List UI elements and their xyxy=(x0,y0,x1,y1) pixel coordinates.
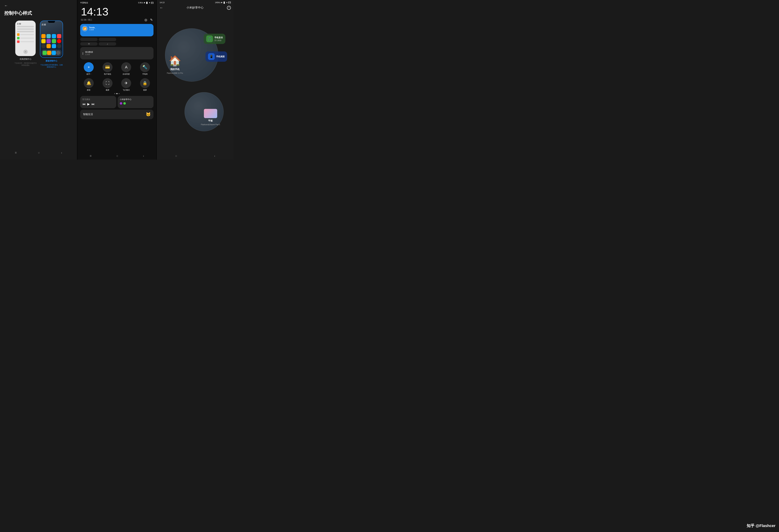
mute-circle[interactable]: 🔔 xyxy=(84,78,94,88)
data-tile[interactable]: ↕ 移动数据 已关闭 xyxy=(80,47,154,59)
airplane-btn[interactable]: ✈ 飞行模式 xyxy=(118,78,135,91)
classic-phone-mockup[interactable]: 2:32 × xyxy=(15,20,36,56)
brightness-btn[interactable]: A 自动亮度 xyxy=(118,62,135,75)
nav-home-panel3[interactable]: ○ xyxy=(175,154,177,158)
prev-btn[interactable]: ⏮ xyxy=(82,102,85,106)
nav-menu-panel1[interactable]: ≡ xyxy=(15,151,17,155)
media-row: 暂无播放 ⏮ ▶ ⏭ 小米妙享中心 xyxy=(77,96,157,108)
bluetooth-circle[interactable]: ⌖ xyxy=(84,62,94,72)
nav-menu-panel2[interactable]: ≡ xyxy=(89,154,92,158)
brightness-circle[interactable]: A xyxy=(121,62,131,72)
airplane-icon: ✈ xyxy=(125,81,128,85)
time-panel3: 14:13 xyxy=(160,1,165,4)
wifi-top: 📶 Tenda_ 已连接 xyxy=(82,26,152,31)
new-style-phone-mockup[interactable]: 2:32 xyxy=(40,20,63,58)
mute-btn[interactable]: 🔔 静音 xyxy=(80,78,98,91)
app-5 xyxy=(41,39,46,43)
miaoxiang-dots xyxy=(120,102,152,105)
new-style-label: 新版控制中心 xyxy=(46,60,57,62)
control-style-options: 2:32 × 经典控制中 xyxy=(4,20,73,68)
screenshot-icon: ⛶ xyxy=(106,81,110,85)
app-9 xyxy=(41,44,46,48)
flashlight-btn[interactable]: 🔦 手电筒 xyxy=(136,62,154,75)
battery-icon: ▓ xyxy=(151,2,154,4)
bt-icon-panel3: ✱ xyxy=(221,2,222,4)
classic-option[interactable]: 2:32 × 经典控制中 xyxy=(14,20,37,68)
signal-icons-panel3: 145K/s ✱ ▐▌ ▼ ▓ xyxy=(215,1,231,4)
miaoxiang-tile-panel2[interactable]: 小米妙享中心 xyxy=(118,96,154,108)
page-title-panel1: 控制中心样式 xyxy=(4,10,73,16)
bluetooth-btn[interactable]: ⌖ 蓝牙 ↑ xyxy=(80,62,98,75)
lock-circle[interactable]: 🔒 xyxy=(140,78,150,88)
dock-3 xyxy=(52,51,56,55)
lock-btn[interactable]: 🔒 锁屏 xyxy=(136,78,154,91)
classic-bar-3 xyxy=(17,31,34,32)
panel3: 14:13 145K/s ✱ ▐▌ ▼ ▓ ← 小米妙享中心 ? 🎵 手机音乐 … xyxy=(157,0,234,159)
screen-card[interactable]: 📱 手机画面 xyxy=(205,52,227,62)
myphone-name: 我的手机 xyxy=(170,68,180,71)
play-btn[interactable]: ▶ xyxy=(87,102,90,106)
music-card[interactable]: 🎵 手机音乐 普元播放 xyxy=(204,34,225,44)
media-title: 暂无播放 xyxy=(82,98,114,101)
dock-2 xyxy=(47,51,51,55)
help-icon[interactable]: ? xyxy=(227,6,231,10)
nav-home-panel1[interactable]: ○ xyxy=(38,151,40,155)
wallet-circle[interactable]: 💳 xyxy=(103,62,113,72)
mini-tile-2[interactable] xyxy=(99,38,116,41)
airplane-label: 飞行模式 xyxy=(123,89,130,91)
new-style-option[interactable]: 2:32 xyxy=(40,20,63,68)
mini-tile-3[interactable]: ☀ xyxy=(80,42,98,46)
miaoxiang-center: 🎵 手机音乐 普元播放 📱 手机画面 🏠 我的手机 Flashcer的Mi 11… xyxy=(157,11,234,152)
battery-panel3: ▓ xyxy=(228,1,231,4)
page-dots xyxy=(77,91,157,95)
media-tile[interactable]: 暂无播放 ⏮ ▶ ⏭ xyxy=(80,96,116,108)
app-4 xyxy=(57,34,61,38)
screen-app-icon: 📱 xyxy=(208,53,215,60)
classic-item-3 xyxy=(17,41,34,43)
classic-icon-red xyxy=(17,41,19,43)
app-10 xyxy=(47,44,51,48)
brightness-label: 自动亮度 xyxy=(123,73,130,75)
back-button-panel1[interactable]: ← xyxy=(4,4,73,8)
classic-bar-1 xyxy=(17,26,34,27)
app-1 xyxy=(41,34,46,38)
screenshot-btn[interactable]: ⛶ 截屏 xyxy=(99,78,116,91)
dock-1 xyxy=(43,51,47,55)
mini-tile-1[interactable] xyxy=(80,38,98,41)
edit-icon[interactable]: ✎ xyxy=(150,18,153,22)
myphone-card[interactable]: 🏠 我的手机 Flashcer的Mi 11 Pro xyxy=(167,55,183,74)
signal-panel3: ▐▌ xyxy=(223,2,225,4)
back-button-panel3[interactable]: ← xyxy=(160,6,163,10)
wifi-tile[interactable]: 📶 Tenda_ 已连接 xyxy=(80,24,154,37)
nav-home-panel2[interactable]: ○ xyxy=(116,154,118,158)
signal-icon: ▐▌ xyxy=(146,2,148,4)
classic-text-3 xyxy=(20,41,34,42)
nav-back-panel1[interactable]: ‹ xyxy=(61,151,62,155)
music-info: 手机音乐 普元播放 xyxy=(214,36,223,42)
new-time: 2:32 xyxy=(40,23,63,26)
dot-1 xyxy=(114,93,115,94)
smart-life-tile[interactable]: 智能生活 🐱 xyxy=(80,110,154,119)
mini-tile-4[interactable]: ♪ xyxy=(99,42,116,46)
tablet-card[interactable]: 平板 Flashcer的Xiaomi Pad 5 xyxy=(201,109,220,126)
app-12 xyxy=(57,44,61,48)
wifi-icon-circle: 📶 xyxy=(82,26,88,31)
music-name: 手机音乐 xyxy=(214,36,223,39)
flashlight-circle[interactable]: 🔦 xyxy=(140,62,150,72)
screenshot-label: 截屏 xyxy=(106,89,109,91)
nav-bar-panel2: ≡ ○ ‹ xyxy=(77,152,157,159)
help-button-panel3[interactable]: ? xyxy=(227,6,231,10)
screenshot-circle[interactable]: ⛶ xyxy=(103,78,113,88)
nav-back-panel3[interactable]: ‹ xyxy=(214,154,215,158)
app-3 xyxy=(52,34,56,38)
classic-icon-green xyxy=(17,37,19,40)
nav-back-panel2[interactable]: ‹ xyxy=(143,154,144,158)
classic-close-btn[interactable]: × xyxy=(23,50,28,54)
next-btn[interactable]: ⏭ xyxy=(92,102,95,106)
focus-icon[interactable]: ◎ xyxy=(144,18,147,22)
date-row: 02.09 / 周三 ◎ ✎ xyxy=(77,17,157,24)
house-icon: 🏠 xyxy=(169,55,181,67)
wallet-btn[interactable]: 💳 电子钱包 xyxy=(99,62,116,75)
lock-label: 锁屏 xyxy=(143,89,147,91)
airplane-circle[interactable]: ✈ xyxy=(121,78,131,88)
